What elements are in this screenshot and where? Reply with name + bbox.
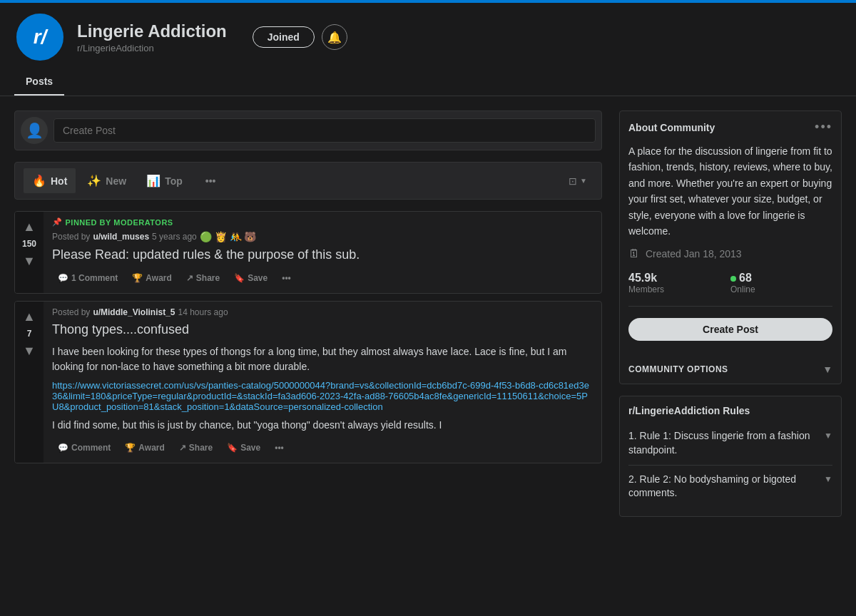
view-options-button[interactable]: ⊡ ▼: [563, 171, 593, 191]
comment-button-thong[interactable]: 💬 Comment: [52, 438, 116, 457]
stats-row: 45.9k Members 68 Online: [628, 272, 832, 307]
hot-icon: 🔥: [32, 174, 46, 188]
online-stat: 68 Online: [730, 272, 832, 294]
card-view-icon: ⊡: [569, 175, 577, 187]
save-button-thong[interactable]: 🔖 Save: [221, 438, 266, 457]
award-button-thong[interactable]: 🏆 Award: [119, 438, 170, 457]
save-icon-thong: 🔖: [227, 443, 238, 453]
more-button-thong[interactable]: •••: [269, 438, 290, 457]
subreddit-nav: Posts: [14, 68, 842, 96]
default-avatar-icon: 👤: [26, 122, 44, 139]
top-icon: 📊: [146, 174, 160, 188]
about-community-more-button[interactable]: •••: [815, 120, 832, 135]
save-icon-pinned: 🔖: [234, 273, 245, 283]
create-post-input[interactable]: [54, 118, 596, 143]
post-author-pinned[interactable]: u/wild_muses: [93, 232, 149, 242]
rule-2-text: 2. Rule 2: No bodyshaming or bigoted com…: [628, 473, 818, 500]
about-community-title: About Community: [628, 122, 715, 133]
about-community-header: About Community •••: [620, 111, 841, 140]
rule-2-chevron-icon: ▼: [824, 474, 832, 484]
sort-bar: 🔥 Hot ✨ New 📊 Top ••• ⊡ ▼: [14, 162, 602, 200]
pinned-post-content: 📌 PINNED BY MODERATORS Posted by u/wild_…: [44, 212, 601, 293]
community-options-row[interactable]: COMMUNITY OPTIONS ▼: [620, 355, 841, 384]
award-button-pinned[interactable]: 🏆 Award: [126, 269, 177, 287]
pin-icon: 📌: [52, 217, 63, 227]
rule-1-chevron-icon: ▼: [824, 431, 832, 441]
subreddit-handle: r/LingerieAddiction: [77, 43, 227, 53]
pinned-post-card: ▲ 150 ▼ 📌 PINNED BY MODERATORS Posted by…: [14, 211, 602, 294]
sort-hot-button[interactable]: 🔥 Hot: [24, 168, 76, 193]
community-options-chevron-icon: ▼: [822, 364, 832, 375]
sidebar-create-post-button[interactable]: Create Post: [628, 318, 832, 341]
post-body-thong: I have been looking for these types of t…: [52, 344, 593, 374]
tab-posts[interactable]: Posts: [14, 68, 64, 96]
post-actions-thong: 💬 Comment 🏆 Award ↗ Share 🔖 Save: [52, 438, 593, 457]
main-container: 👤 🔥 Hot ✨ New 📊 Top ••• ⊡ ▼: [0, 96, 856, 543]
about-community-card: About Community ••• A place for the disc…: [619, 111, 842, 384]
share-icon-thong: ↗: [179, 443, 186, 453]
share-button-pinned[interactable]: ↗ Share: [180, 269, 225, 287]
rules-card-title: r/LingerieAddiction Rules: [628, 405, 750, 416]
pinned-badge: 📌 PINNED BY MODERATORS: [52, 217, 593, 227]
bell-icon: 🔔: [327, 31, 342, 44]
post-actions-pinned: 💬 1 Comment 🏆 Award ↗ Share 🔖 Save: [52, 269, 593, 287]
vote-count-pinned: 150: [22, 239, 36, 249]
sidebar: About Community ••• A place for the disc…: [619, 111, 842, 528]
sort-more-button[interactable]: •••: [197, 170, 225, 192]
save-button-pinned[interactable]: 🔖 Save: [228, 269, 273, 287]
post-body2-thong: I did find some, but this is just by cha…: [52, 418, 593, 433]
members-label: Members: [628, 284, 730, 294]
more-button-pinned[interactable]: •••: [276, 269, 297, 287]
create-post-box: 👤: [14, 111, 602, 150]
downvote-button-thong[interactable]: ▼: [20, 342, 39, 360]
about-community-text: A place for the discussion of lingerie f…: [628, 143, 832, 239]
rules-card: r/LingerieAddiction Rules 1. Rule 1: Dis…: [619, 396, 842, 516]
subreddit-logo: r/: [14, 11, 66, 63]
post-meta-thong: Posted by u/Middle_Violinist_5 14 hours …: [52, 307, 593, 317]
comment-icon-thong: 💬: [58, 443, 68, 453]
created-date: Created Jan 18, 2013: [646, 248, 742, 260]
downvote-button-pinned[interactable]: ▼: [20, 252, 39, 270]
header-actions: Joined 🔔: [253, 24, 347, 50]
calendar-icon: 🗓: [628, 247, 640, 260]
community-options-label: COMMUNITY OPTIONS: [628, 364, 728, 374]
online-label: Online: [730, 284, 832, 294]
vote-column-pinned: ▲ 150 ▼: [15, 212, 44, 293]
comment-button-pinned[interactable]: 💬 1 Comment: [52, 269, 123, 287]
rule-item-1[interactable]: 1. Rule 1: Discuss lingerie from a fashi…: [628, 422, 832, 465]
members-stat: 45.9k Members: [628, 272, 730, 294]
post-link-thong[interactable]: https://www.victoriassecret.com/us/vs/pa…: [52, 380, 593, 412]
post-card-thong: ▲ 7 ▼ Posted by u/Middle_Violinist_5 14 …: [14, 301, 602, 463]
vote-count-thong: 7: [27, 329, 32, 339]
sort-new-button[interactable]: ✨ New: [78, 168, 135, 193]
post-author-thong[interactable]: u/Middle_Violinist_5: [93, 307, 175, 317]
vote-column-thong: ▲ 7 ▼: [15, 302, 44, 462]
feed-area: 👤 🔥 Hot ✨ New 📊 Top ••• ⊡ ▼: [14, 111, 602, 528]
rules-card-body: 1. Rule 1: Discuss lingerie from a fashi…: [620, 422, 841, 515]
flair-emojis-pinned: 🟢 👸 🤼 🐻: [200, 231, 257, 242]
post-meta-pinned: Posted by u/wild_muses 5 years ago 🟢 👸 🤼…: [52, 231, 593, 242]
created-row: 🗓 Created Jan 18, 2013: [628, 247, 832, 260]
new-icon: ✨: [87, 174, 101, 188]
award-icon-pinned: 🏆: [132, 273, 143, 283]
subreddit-name: Lingerie Addiction: [77, 21, 227, 41]
post-title-pinned[interactable]: Please Read: updated rules & the purpose…: [52, 247, 593, 263]
award-icon-thong: 🏆: [125, 443, 136, 453]
about-community-body: A place for the discussion of lingerie f…: [620, 140, 841, 355]
upvote-button-thong[interactable]: ▲: [20, 307, 39, 326]
chevron-down-icon: ▼: [580, 177, 587, 185]
members-count: 45.9k: [628, 272, 730, 284]
online-dot: [730, 276, 736, 282]
notification-bell-button[interactable]: 🔔: [322, 24, 347, 50]
upvote-button-pinned[interactable]: ▲: [20, 217, 39, 236]
rule-1-text: 1. Rule 1: Discuss lingerie from a fashi…: [628, 429, 818, 457]
rule-item-2[interactable]: 2. Rule 2: No bodyshaming or bigoted com…: [628, 466, 832, 508]
rules-card-header: r/LingerieAddiction Rules: [620, 396, 841, 422]
sort-top-button[interactable]: 📊 Top: [138, 168, 191, 193]
subreddit-title-area: Lingerie Addiction r/LingerieAddiction: [77, 21, 227, 53]
post-title-thong[interactable]: Thong types....confused: [52, 322, 593, 338]
share-button-thong[interactable]: ↗ Share: [173, 438, 218, 457]
share-icon-pinned: ↗: [186, 273, 193, 283]
online-count: 68: [730, 272, 832, 284]
joined-button[interactable]: Joined: [253, 26, 315, 48]
